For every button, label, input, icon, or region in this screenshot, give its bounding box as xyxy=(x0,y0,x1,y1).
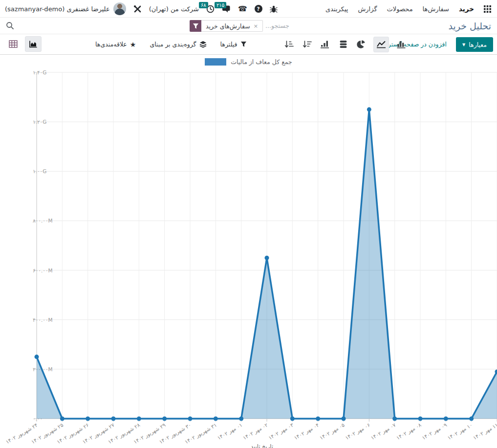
x-tick-label: ۰۵ مهر ۱۴۰۲ xyxy=(319,422,346,441)
measures-label: معیارها xyxy=(469,41,487,48)
messages-icon[interactable]: ۲۱۵ xyxy=(222,5,231,13)
search-input[interactable]: جستجو... xyxy=(265,22,289,29)
systray: علیرضا غضنفری (sazmanyar-demo) شرکت من (… xyxy=(5,0,278,18)
facet-label: سفارش‌های خرید xyxy=(206,22,250,30)
y-tick-label: ۴۰۰.۰۰M xyxy=(33,317,53,323)
chevron-down-icon: ▼ xyxy=(462,43,465,47)
activities-icon[interactable]: ۶۸ xyxy=(206,5,215,13)
user-menu[interactable]: علیرضا غضنفری (sazmanyar-demo) xyxy=(5,2,126,15)
chart-point[interactable] xyxy=(418,417,423,421)
chart-point[interactable] xyxy=(239,417,243,421)
chart-point[interactable] xyxy=(342,417,346,421)
purchase-analysis-page: خریدسفارش‌هامحصولاتگزارشپیکربندی علیرضا … xyxy=(0,0,497,448)
x-tick-label: ۱۰ مهر ۱۴۰۲ xyxy=(446,422,474,441)
groupby-label: گروه‌بندی بر مبنای xyxy=(150,41,196,48)
x-tick-label: ۰۶ مهر ۱۴۰۲ xyxy=(344,422,371,441)
top-navbar: خریدسفارش‌هامحصولاتگزارشپیکربندی علیرضا … xyxy=(0,0,497,18)
chart-point[interactable] xyxy=(188,417,193,421)
chart-point[interactable] xyxy=(137,417,141,421)
facet-value[interactable]: سفارش‌های خرید × xyxy=(201,20,263,32)
control-panel: سفارش‌های خرید × جستجو... تحلیل خرید xyxy=(0,18,497,34)
user-name: علیرضا غضنفری (sazmanyar-demo) xyxy=(5,5,110,13)
filter-funnel-icon xyxy=(190,20,201,32)
pivot-view-button[interactable] xyxy=(6,36,21,52)
groupby-dropdown[interactable]: گروه‌بندی بر مبنای xyxy=(150,41,206,48)
y-tick-label: ۱.۲۰G xyxy=(33,119,46,125)
line-chart-icon[interactable] xyxy=(373,37,389,52)
chart-legend: جمع کل معاف از مالیات xyxy=(0,58,497,66)
sort-descending-icon[interactable] xyxy=(301,38,313,51)
nav-item[interactable]: پیکربندی xyxy=(325,5,348,13)
search-facet: سفارش‌های خرید × xyxy=(190,20,263,32)
app-menu: خریدسفارش‌هامحصولاتگزارشپیکربندی xyxy=(320,0,497,18)
x-tick-label: ۰۹ مهر ۱۴۰۲ xyxy=(421,422,448,441)
view-switcher xyxy=(6,36,42,52)
graph-toolbar: معیارها ▼ افزودن در صفحه گسترده xyxy=(0,34,497,55)
search-options: فیلترها گروه‌بندی بر مبنای ★ علاقه‌مندی‌… xyxy=(95,34,247,54)
filters-funnel-icon xyxy=(240,41,247,47)
favorites-dropdown[interactable]: ★ علاقه‌مندی‌ها xyxy=(95,41,136,48)
chart-point[interactable] xyxy=(111,417,116,421)
messages-badge: ۲۱۵ xyxy=(215,2,226,8)
sort-ascending-icon[interactable] xyxy=(283,38,295,51)
chart-point[interactable] xyxy=(265,256,269,260)
y-tick-label: ۶۰۰.۰۰M xyxy=(33,268,53,273)
page-title: تحلیل خرید xyxy=(449,21,492,31)
x-tick-label: ۰۸ مهر ۱۴۰۲ xyxy=(395,422,423,441)
search-icon[interactable] xyxy=(6,22,14,32)
y-tick-label: ۸۰۰.۰۰M xyxy=(33,218,53,224)
chart-point[interactable] xyxy=(367,107,371,112)
developer-tools-icon[interactable] xyxy=(133,5,142,13)
x-tick-label: ۰۲ مهر ۱۴۰۲ xyxy=(242,422,269,441)
chart-canvas[interactable]: ۰.۰۰۲۰۰.۰۰M۴۰۰.۰۰M۶۰۰.۰۰M۸۰۰.۰۰M۱.۰۰G۱.۲… xyxy=(0,55,497,448)
chart-point[interactable] xyxy=(392,417,397,421)
x-tick-label: ۱۱ مهر ۱۴۰۲ xyxy=(472,422,497,441)
legend-label[interactable]: جمع کل معاف از مالیات xyxy=(231,58,292,66)
y-tick-label: ۱.۰۰G xyxy=(33,168,46,174)
chart-point[interactable] xyxy=(86,417,90,421)
chart-point[interactable] xyxy=(162,417,167,421)
star-icon: ★ xyxy=(130,41,136,48)
legend-swatch[interactable] xyxy=(205,58,226,66)
chart-point[interactable] xyxy=(495,369,497,374)
cumulative-icon[interactable] xyxy=(319,38,331,51)
y-tick-label: ۱.۴۰G xyxy=(33,69,46,75)
nav-app-root[interactable]: خرید xyxy=(459,5,474,13)
chart-point[interactable] xyxy=(214,417,218,421)
measures-button[interactable]: معیارها ▼ xyxy=(456,37,493,52)
x-tick-label: ۰۳ مهر ۱۴۰۲ xyxy=(267,422,295,441)
x-axis-title: تاریخ تایید xyxy=(251,443,273,448)
bar-chart-icon[interactable] xyxy=(395,38,407,51)
apps-grid-icon[interactable] xyxy=(484,5,491,13)
chart-point[interactable] xyxy=(35,355,39,359)
facet-remove-icon[interactable]: × xyxy=(254,23,258,29)
x-tick-label: ۰۴ مهر ۱۴۰۲ xyxy=(293,422,320,441)
bug-icon[interactable] xyxy=(270,5,278,13)
chart-point[interactable] xyxy=(290,417,295,421)
stacked-icon[interactable] xyxy=(337,38,349,51)
x-tick-label: ۰۷ مهر ۱۴۰۲ xyxy=(369,422,397,441)
layers-icon xyxy=(199,41,207,48)
nav-item[interactable]: گزارش xyxy=(358,5,377,13)
chart-point[interactable] xyxy=(316,417,320,421)
pie-chart-icon[interactable] xyxy=(355,38,367,51)
area-chart[interactable]: ۰.۰۰۲۰۰.۰۰M۴۰۰.۰۰M۶۰۰.۰۰M۸۰۰.۰۰M۱.۰۰G۱.۲… xyxy=(0,55,497,448)
help-icon[interactable]: ? xyxy=(255,5,262,13)
chart-options xyxy=(283,34,407,54)
nav-item[interactable]: سفارش‌ها xyxy=(423,5,449,13)
chart-point[interactable] xyxy=(444,417,448,421)
x-tick-label: ۰۱ مهر ۱۴۰۲ xyxy=(216,422,243,441)
filters-label: فیلترها xyxy=(220,41,238,48)
chart-point[interactable] xyxy=(60,417,65,421)
chart-point[interactable] xyxy=(469,417,474,421)
avatar xyxy=(113,2,126,15)
favorites-label: علاقه‌مندی‌ها xyxy=(95,41,127,48)
activities-badge: ۶۸ xyxy=(199,2,208,8)
company-switcher[interactable]: شرکت من (تهران) xyxy=(149,5,199,13)
graph-view-button[interactable] xyxy=(25,36,42,52)
phone-icon[interactable]: ☎ xyxy=(238,5,247,13)
filters-dropdown[interactable]: فیلترها xyxy=(220,41,247,48)
nav-item[interactable]: محصولات xyxy=(387,5,413,13)
